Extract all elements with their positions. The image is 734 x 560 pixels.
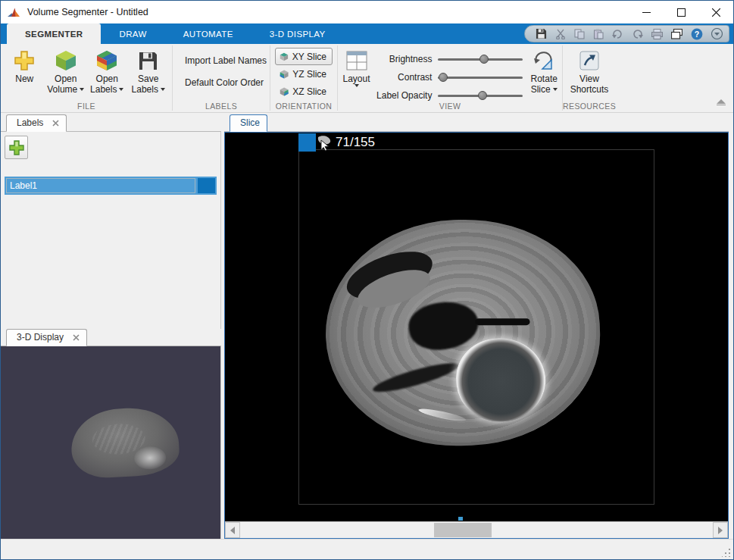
section-label-file: FILE [1,102,172,111]
matlab-logo-icon [8,7,20,18]
labels-list: Label1 [1,132,221,329]
slice-tab[interactable]: Slice [230,114,267,132]
section-label-resources: RESOURCES [563,102,616,111]
svg-text:?: ? [695,29,699,38]
collapse-toolstrip-button[interactable] [717,95,726,108]
import-label-names-button[interactable]: Import Label Names [177,52,265,70]
dropdown-arrow-icon [355,84,359,87]
section-label-orientation: ORIENTATION [270,102,337,111]
volume-cube-icon [55,49,77,72]
save-labels-button[interactable]: Save Labels [130,48,168,95]
status-bar [1,539,733,559]
dropdown-arrow-icon [161,88,165,91]
labels-panel: Labels Label1 [1,114,221,329]
left-column: Labels Label1 [1,114,221,539]
close-icon [712,8,720,17]
add-label-button[interactable] [5,136,28,159]
minimize-icon [642,8,651,17]
xz-slice-button[interactable]: XZ Slice [275,83,333,100]
workspace: Labels Label1 [1,113,733,539]
contrast-label: Contrast [376,72,432,83]
labels-cube-icon [95,49,118,72]
label-opacity-slider-thumb[interactable] [478,91,487,100]
undo-icon [612,29,623,39]
add-plus-icon [8,139,25,156]
section-view: Layout Brightness Contrast Label Opacity [338,44,562,112]
xy-slice-button[interactable]: XY Slice [275,48,333,65]
dropdown-arrow-icon [553,88,558,91]
display3d-view[interactable] [1,346,221,539]
toolstrip-tab-bar: SEGMENTER DRAW AUTOMATE 3-D DISPLAY ? [1,23,733,44]
minimize-button[interactable] [629,1,664,23]
scroll-left-button[interactable] [225,522,240,538]
redo-icon [632,29,643,39]
labels-tab-label: Labels [17,117,43,128]
maximize-icon [677,8,686,17]
close-tab-icon[interactable] [52,120,59,127]
open-labels-button[interactable]: Open Labels [88,48,126,95]
app-window: Volume Segmenter - Untitled SEGMENTER DR… [0,0,734,560]
display3d-tab-label: 3-D Display [17,332,64,343]
copy-icon [574,29,585,39]
arrow-right-icon [718,527,723,534]
open-volume-button[interactable]: Open Volume [47,48,86,95]
new-button[interactable]: New [5,48,44,95]
slice-panel-tab-bar: Slice [224,114,729,132]
section-label-view: VIEW [338,102,562,111]
slice-tab-label: Slice [240,117,260,128]
dropdown-arrow-icon [80,88,84,91]
label-name[interactable]: Label1 [6,178,195,193]
display3d-tab[interactable]: 3-D Display [6,329,87,346]
brain-3d-render [70,405,181,479]
maximize-button[interactable] [664,1,698,23]
tab-draw[interactable]: DRAW [101,23,164,44]
close-tab-icon[interactable] [73,334,80,341]
brightness-slider[interactable] [438,58,523,61]
cut-icon [555,29,566,39]
rotate-slice-button[interactable]: Rotate Slice [530,48,558,95]
tab-automate[interactable]: AUTOMATE [165,23,251,44]
new-plus-icon [14,50,35,71]
xz-cube-icon [280,86,289,98]
contrast-slider[interactable] [438,77,523,79]
scroll-right-button[interactable] [713,522,728,538]
slice-slider-handle[interactable] [298,133,316,152]
resize-grip[interactable] [722,548,731,557]
slice-panel: Slice 71/155 [224,114,729,539]
arrow-left-icon [230,527,235,534]
default-color-order-button[interactable]: Default Color Order [177,74,265,92]
qat-more-icon[interactable] [711,28,723,39]
brightness-label: Brightness [376,54,432,64]
print-icon [651,29,663,39]
section-labels: Import Label Names Default Color Order L… [173,44,270,112]
yz-slice-button[interactable]: YZ Slice [275,65,333,83]
scrollbar-track[interactable] [240,522,713,538]
window-title: Volume Segmenter - Untitled [27,7,148,17]
tab-segmenter[interactable]: SEGMENTER [7,23,101,44]
close-button[interactable] [698,1,733,23]
section-resources: View Shortcuts RESOURCES [563,44,616,112]
labels-tab[interactable]: Labels [6,114,67,132]
windows-layout-icon[interactable] [671,29,682,39]
label-list-item[interactable]: Label1 [5,177,217,195]
shortcuts-icon [579,51,599,70]
title-bar: Volume Segmenter - Untitled [1,1,733,23]
help-icon[interactable]: ? [691,28,703,40]
display3d-panel: 3-D Display [1,329,221,539]
mouse-cursor-icon [314,134,334,157]
save-icon[interactable] [536,28,547,39]
brightness-slider-thumb[interactable] [479,55,489,64]
slice-viewport[interactable]: 71/155 [225,133,728,521]
tab-3d-display[interactable]: 3-D DISPLAY [251,23,344,44]
layout-icon [346,51,367,70]
view-shortcuts-button[interactable]: View Shortcuts [567,48,611,95]
label-color-swatch[interactable] [198,178,215,193]
contrast-slider-thumb[interactable] [439,73,448,82]
layout-button[interactable]: Layout [342,48,370,87]
scrollbar-thumb[interactable] [434,523,492,537]
label-opacity-slider[interactable] [438,95,523,97]
horizontal-scrollbar[interactable] [225,521,728,538]
xy-cube-icon [280,51,289,63]
slice-number-indicator: 71/155 [336,135,375,150]
dropdown-arrow-icon [119,88,123,91]
